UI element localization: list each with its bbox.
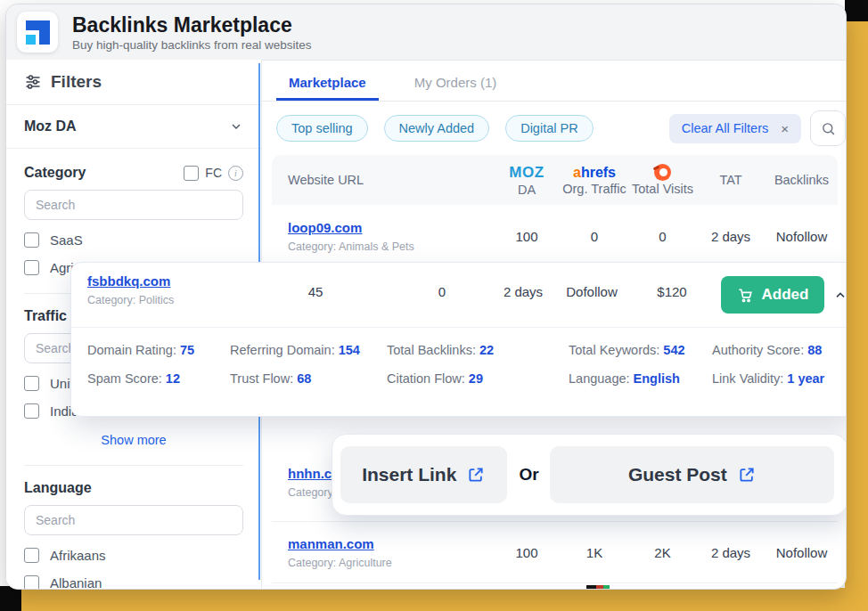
background-accent-right bbox=[845, 21, 868, 611]
total-visits-value: 2K bbox=[628, 545, 697, 560]
or-label: Or bbox=[520, 465, 539, 485]
org-traffic-value: 1K bbox=[561, 545, 628, 560]
expanded-row-card: fsbbdkq.com Category: Politics 45 0 2 da… bbox=[70, 262, 847, 417]
insert-link-button[interactable]: Insert Link bbox=[340, 446, 507, 503]
metric-citation-flow: Citation Flow:29 bbox=[387, 371, 569, 386]
search-button[interactable] bbox=[810, 110, 846, 146]
total-visits-value: 0 bbox=[628, 229, 697, 244]
saas-checkbox[interactable] bbox=[24, 232, 39, 248]
col-backlinks: Backlinks bbox=[765, 173, 839, 187]
filter-pill-bar: Top selling Newly Added Digital PR Clear… bbox=[276, 110, 846, 146]
metric-language: Language:English bbox=[569, 371, 712, 386]
background-corner-bottom-left bbox=[0, 586, 21, 611]
pill-newly-added[interactable]: Newly Added bbox=[384, 115, 490, 142]
metric-link-validity: Link Validity:1 year bbox=[712, 371, 841, 386]
price-value: $120 bbox=[657, 284, 686, 299]
category-section-label: Category bbox=[24, 165, 86, 181]
language-option-albanian[interactable]: Albanian bbox=[24, 575, 243, 590]
fc-checkbox[interactable] bbox=[184, 166, 199, 181]
col-total-visits: Total Visits bbox=[628, 164, 697, 196]
metrics-grid: Domain Rating:75 Referring Domain:154 To… bbox=[71, 327, 847, 386]
category-option-saas[interactable]: SaaS bbox=[24, 232, 243, 248]
col-website-url: Website URL bbox=[272, 173, 493, 187]
website-category: Category: Agriculture bbox=[288, 557, 493, 569]
backlinks-value: Nofollow bbox=[765, 545, 839, 560]
metric-referring-domain: Referring Domain:154 bbox=[230, 343, 387, 357]
divider bbox=[24, 465, 243, 466]
tab-bar: Marketplace My Orders (1) bbox=[262, 60, 846, 102]
da-value: 45 bbox=[308, 284, 323, 299]
org-traffic-value: 0 bbox=[561, 229, 628, 244]
option-label: Albanian bbox=[50, 575, 102, 590]
language-option-afrikaans[interactable]: Afrikaans bbox=[24, 548, 243, 563]
united-states-checkbox[interactable] bbox=[24, 376, 39, 391]
collapse-row-button[interactable] bbox=[829, 284, 847, 307]
table-row[interactable]: het1.com bbox=[272, 583, 838, 590]
table-row[interactable]: manman.com Category: Agriculture 100 1K … bbox=[272, 522, 838, 583]
filters-title: Filters bbox=[51, 72, 102, 92]
total-visits-label: Total Visits bbox=[632, 182, 693, 196]
agriculture-checkbox[interactable] bbox=[24, 260, 39, 275]
org-traffic-label: Org. Traffic bbox=[562, 182, 626, 196]
col-org-traffic: ahrefs Org. Traffic bbox=[561, 165, 628, 196]
added-to-cart-button[interactable]: Added bbox=[721, 276, 824, 314]
info-icon[interactable]: i bbox=[228, 166, 243, 181]
da-label: DA bbox=[518, 183, 536, 197]
india-checkbox[interactable] bbox=[24, 403, 39, 419]
filters-icon bbox=[24, 73, 42, 91]
website-link[interactable]: loop09.com bbox=[288, 220, 362, 235]
page-title: Backlinks Marketplace bbox=[72, 13, 312, 37]
da-value: 100 bbox=[493, 229, 561, 244]
link-type-value: Dofollow bbox=[566, 284, 618, 299]
guest-post-button[interactable]: Guest Post bbox=[550, 446, 834, 503]
albanian-checkbox[interactable] bbox=[24, 575, 39, 590]
background-accent-bottom bbox=[21, 588, 868, 611]
fc-label: FC bbox=[205, 166, 222, 180]
afrikaans-checkbox[interactable] bbox=[24, 548, 39, 563]
added-label: Added bbox=[762, 286, 809, 304]
col-tat: TAT bbox=[697, 173, 765, 187]
chevron-up-icon bbox=[833, 289, 847, 303]
app-header: Backlinks Marketplace Buy high-quality b… bbox=[6, 4, 846, 61]
tab-my-orders[interactable]: My Orders (1) bbox=[402, 64, 510, 101]
website-link[interactable]: manman.com bbox=[288, 536, 374, 551]
chevron-down-icon[interactable] bbox=[229, 119, 243, 134]
filters-header: Filters bbox=[6, 60, 261, 105]
metric-total-backlinks: Total Backlinks:22 bbox=[387, 343, 569, 357]
tat-value: 2 days bbox=[697, 545, 765, 560]
table-row[interactable]: loop09.com Category: Animals & Pets 100 … bbox=[272, 205, 838, 268]
app-window: Backlinks Marketplace Buy high-quality b… bbox=[5, 4, 847, 590]
background-page-marker bbox=[586, 585, 610, 589]
col-moz-da: MOZ DA bbox=[493, 164, 561, 197]
app-logo bbox=[17, 12, 58, 53]
tab-marketplace[interactable]: Marketplace bbox=[276, 64, 379, 101]
option-label: Afrikaans bbox=[50, 548, 106, 563]
ahrefs-logo: ahrefs bbox=[573, 165, 616, 181]
da-value: 100 bbox=[493, 545, 561, 560]
order-type-popup: Insert Link Or Guest Post bbox=[332, 434, 847, 516]
moz-logo: MOZ bbox=[509, 164, 544, 182]
website-category: Category: Politics bbox=[87, 294, 174, 306]
language-section-label: Language bbox=[24, 480, 92, 495]
background-corner-top-right bbox=[845, 0, 868, 21]
category-search-input[interactable] bbox=[24, 190, 243, 220]
semrush-icon bbox=[654, 164, 671, 181]
total-visits-value: 0 bbox=[438, 284, 446, 299]
clear-all-filters-button[interactable]: Clear All Filters × bbox=[669, 114, 801, 143]
pill-top-selling[interactable]: Top selling bbox=[276, 115, 368, 142]
moz-da-label: Moz DA bbox=[24, 118, 77, 134]
tat-value: 2 days bbox=[504, 284, 543, 299]
external-link-icon bbox=[467, 466, 485, 484]
show-more-link[interactable]: Show more bbox=[24, 433, 243, 447]
website-link[interactable]: fsbbdkq.com bbox=[87, 273, 170, 289]
filter-moz-da[interactable]: Moz DA bbox=[6, 105, 261, 149]
option-label: SaaS bbox=[50, 232, 83, 248]
guest-post-label: Guest Post bbox=[628, 464, 727, 485]
close-icon[interactable]: × bbox=[781, 121, 789, 136]
external-link-icon bbox=[738, 466, 756, 484]
metric-trust-flow: Trust Flow:68 bbox=[230, 371, 387, 386]
language-search-input[interactable] bbox=[24, 505, 243, 535]
pill-digital-pr[interactable]: Digital PR bbox=[505, 115, 593, 142]
page-subtitle: Buy high-quality backlinks from real web… bbox=[72, 38, 312, 52]
metric-spam-score: Spam Score:12 bbox=[87, 371, 230, 386]
